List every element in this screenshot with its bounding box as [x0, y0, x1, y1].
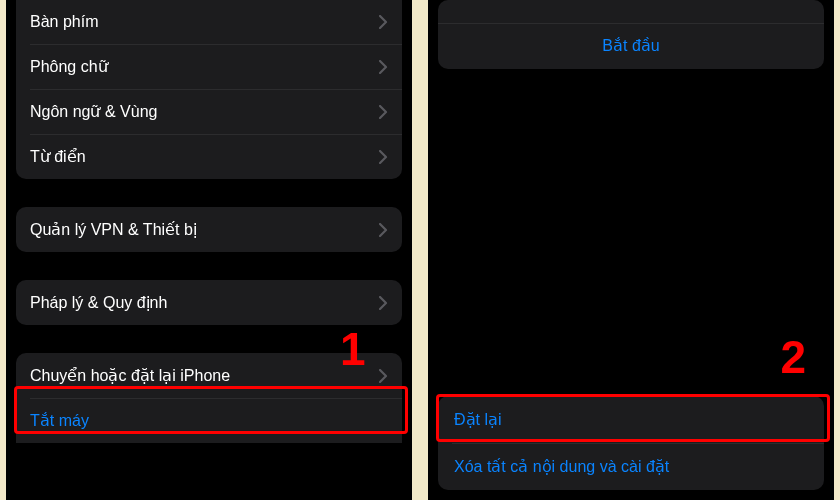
settings-group-general: Bàn phím Phông chữ Ngôn ngữ & Vùng Từ đi… — [16, 0, 402, 179]
row-language-region[interactable]: Ngôn ngữ & Vùng — [16, 89, 402, 134]
row-label: Quản lý VPN & Thiết bị — [30, 220, 197, 239]
row-label: Bàn phím — [30, 13, 98, 31]
row-keyboard[interactable]: Bàn phím — [16, 0, 402, 44]
row-label: Ngôn ngữ & Vùng — [30, 102, 157, 121]
chevron-right-icon — [379, 105, 388, 119]
chevron-right-icon — [379, 150, 388, 164]
row-transfer-reset[interactable]: Chuyển hoặc đặt lại iPhone — [16, 353, 402, 398]
chevron-right-icon — [379, 15, 388, 29]
step-annotation-2: 2 — [780, 330, 806, 384]
row-label: Chuyển hoặc đặt lại iPhone — [30, 366, 230, 385]
settings-group-vpn: Quản lý VPN & Thiết bị — [16, 207, 402, 252]
row-reset[interactable]: Đặt lại — [438, 396, 824, 443]
row-fonts[interactable]: Phông chữ — [16, 44, 402, 89]
card-get-started: Bắt đầu — [438, 0, 824, 69]
chevron-right-icon — [379, 296, 388, 310]
row-label: Đặt lại — [454, 410, 502, 429]
row-label: Phông chữ — [30, 57, 108, 76]
row-shutdown[interactable]: Tắt máy — [16, 398, 402, 443]
row-label: Từ điển — [30, 147, 86, 166]
row-label: Xóa tất cả nội dung và cài đặt — [454, 457, 669, 476]
chevron-right-icon — [379, 223, 388, 237]
chevron-right-icon — [379, 369, 388, 383]
row-dictionary[interactable]: Từ điển — [16, 134, 402, 179]
row-legal[interactable]: Pháp lý & Quy định — [16, 280, 402, 325]
screenshot-panel-2: Bắt đầu Đặt lại Xóa tất cả nội dung và c… — [428, 0, 834, 500]
screenshot-panel-1: Bàn phím Phông chữ Ngôn ngữ & Vùng Từ đi… — [6, 0, 412, 500]
settings-group-reset: Đặt lại Xóa tất cả nội dung và cài đặt — [438, 396, 824, 490]
row-label: Tắt máy — [30, 411, 89, 430]
settings-group-transfer: Chuyển hoặc đặt lại iPhone Tắt máy — [16, 353, 402, 443]
row-vpn-device[interactable]: Quản lý VPN & Thiết bị — [16, 207, 402, 252]
get-started-button[interactable]: Bắt đầu — [602, 37, 659, 54]
row-label: Pháp lý & Quy định — [30, 293, 167, 312]
settings-group-legal: Pháp lý & Quy định — [16, 280, 402, 325]
chevron-right-icon — [379, 60, 388, 74]
row-erase-all[interactable]: Xóa tất cả nội dung và cài đặt — [438, 443, 824, 490]
